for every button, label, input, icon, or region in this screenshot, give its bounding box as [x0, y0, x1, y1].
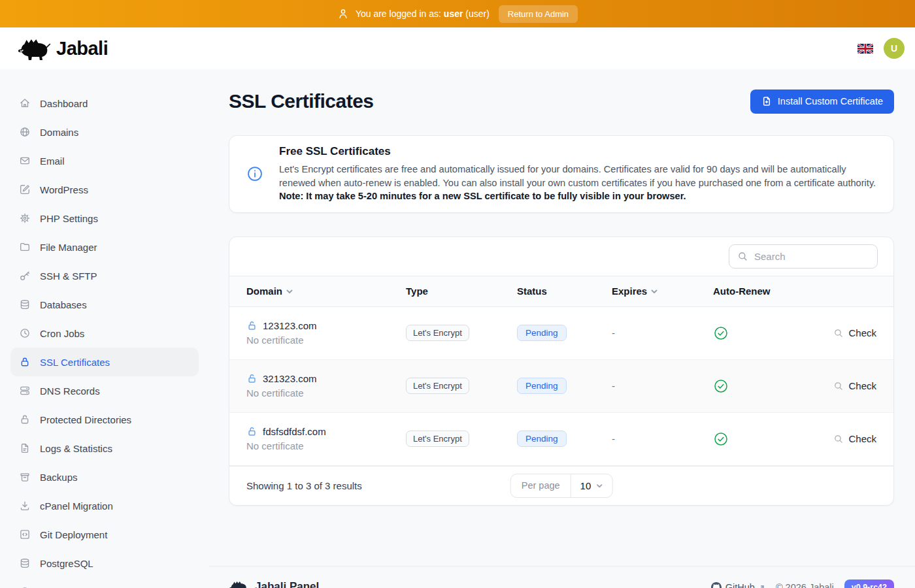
- main-content: SSL Certificates Install Custom Certific…: [209, 69, 915, 588]
- per-page-select[interactable]: Per page 10: [510, 474, 613, 498]
- info-note: Note: It may take 5-20 minutes for a new…: [279, 191, 686, 201]
- status-badge: Pending: [517, 378, 567, 394]
- check-button[interactable]: Check: [814, 327, 876, 338]
- check-button[interactable]: Check: [814, 380, 876, 391]
- sidebar-item-php-settings[interactable]: PHP Settings: [10, 204, 199, 233]
- chevron-down-icon: [650, 287, 658, 295]
- expires-value: -: [612, 433, 713, 444]
- brand-name: Jabali: [56, 38, 108, 59]
- results-count: Showing 1 to 3 of 3 results: [246, 480, 362, 491]
- database-icon: [19, 299, 31, 310]
- column-header-auto-renew: Auto-Renew: [713, 286, 814, 297]
- sidebar-item-cpanel-migration[interactable]: cPanel Migration: [10, 491, 199, 520]
- type-badge: Let's Encrypt: [406, 325, 469, 341]
- footer-brand: Jabali Panel: [229, 580, 319, 588]
- sidebar-item-databases[interactable]: Databases: [10, 290, 199, 319]
- copyright: © 2026 Jabali: [776, 582, 834, 588]
- language-flag-gb-icon[interactable]: [857, 44, 873, 54]
- magnifier-icon: [833, 328, 844, 338]
- domain-name: 321323.com: [263, 373, 317, 384]
- jabali-boar-logo-icon: [229, 580, 248, 588]
- server-icon: [19, 385, 31, 397]
- magnifier-icon: [833, 434, 844, 444]
- column-header-domain[interactable]: Domain: [246, 286, 406, 297]
- domain-name: fdsfsdfdsf.com: [263, 426, 326, 437]
- per-page-value: 10: [580, 480, 591, 491]
- unlock-icon: [246, 373, 258, 384]
- lock-icon: [19, 356, 31, 368]
- auto-renew-check-icon: [713, 378, 729, 394]
- login-username: user: [444, 8, 463, 19]
- sidebar-item-file-manager[interactable]: File Manager: [10, 233, 199, 261]
- file-text-icon: [19, 442, 31, 454]
- globe-icon: [19, 126, 31, 138]
- sidebar-item-postgresql[interactable]: PostgreSQL: [10, 549, 199, 578]
- sidebar: Dashboard Domains Email WordPress PHP Se…: [0, 69, 209, 588]
- domain-subtitle: No certificate: [246, 440, 406, 451]
- status-badge: Pending: [517, 431, 567, 447]
- sidebar-item-dns-records[interactable]: DNS Records: [10, 376, 199, 405]
- clock-icon: [19, 327, 31, 339]
- brand[interactable]: Jabali: [17, 36, 108, 61]
- table-header-row: Domain Type Status Expires Auto-Renew: [229, 276, 893, 307]
- expires-value: -: [612, 380, 713, 391]
- column-header-expires[interactable]: Expires: [612, 286, 713, 297]
- key-icon: [19, 270, 31, 282]
- document-plus-icon: [761, 96, 772, 106]
- table-footer: Showing 1 to 3 of 3 results Per page 10: [229, 466, 893, 505]
- chevron-down-icon: [286, 287, 293, 295]
- code-icon: [19, 529, 31, 540]
- info-title: Free SSL Certificates: [279, 145, 876, 158]
- info-body: Let's Encrypt certificates are free and …: [279, 163, 876, 203]
- login-suffix: (user): [465, 8, 490, 19]
- page-footer: Jabali Panel GitHub © 2026 Jabali v0.9-r…: [209, 566, 915, 588]
- lock-icon: [19, 414, 31, 425]
- sidebar-item-git-deployment[interactable]: Git Deployment: [10, 520, 199, 549]
- column-header-type: Type: [406, 286, 517, 297]
- sidebar-item-ssl-certificates[interactable]: SSL Certificates: [10, 348, 199, 376]
- download-icon: [19, 500, 31, 512]
- info-icon: [246, 165, 263, 182]
- magnifier-icon: [833, 381, 844, 391]
- auto-renew-check-icon: [713, 325, 729, 341]
- app-header: Jabali U: [0, 27, 915, 69]
- domain-subtitle: No certificate: [246, 387, 406, 399]
- person-icon: [337, 8, 349, 20]
- table-row: 321323.com No certificate Let's Encrypt …: [229, 360, 893, 413]
- table-row: 123123.com No certificate Let's Encrypt …: [229, 307, 893, 360]
- sidebar-item-backups[interactable]: Backups: [10, 463, 199, 491]
- github-link[interactable]: GitHub: [711, 582, 765, 588]
- mail-icon: [19, 155, 31, 167]
- user-avatar[interactable]: U: [884, 38, 905, 59]
- chevron-down-icon: [595, 482, 603, 489]
- type-badge: Let's Encrypt: [406, 378, 469, 394]
- check-button[interactable]: Check: [814, 433, 876, 444]
- impersonation-message: You are logged in as: user (user): [337, 8, 490, 20]
- table-row: fdsfsdfdsf.com No certificate Let's Encr…: [229, 413, 893, 466]
- sidebar-item-partial[interactable]: [10, 578, 199, 588]
- sidebar-item-wordpress[interactable]: WordPress: [10, 175, 199, 204]
- sidebar-item-cron-jobs[interactable]: Cron Jobs: [10, 319, 199, 348]
- login-prefix: You are logged in as:: [356, 8, 441, 19]
- home-icon: [19, 97, 31, 109]
- sidebar-item-protected-directories[interactable]: Protected Directories: [10, 405, 199, 434]
- unlock-icon: [246, 426, 258, 437]
- column-header-status: Status: [517, 286, 612, 297]
- install-custom-certificate-button[interactable]: Install Custom Certificate: [750, 90, 894, 114]
- version-badge: v0.9-rc42: [844, 580, 894, 588]
- page-title: SSL Certificates: [229, 90, 374, 112]
- sidebar-item-email[interactable]: Email: [10, 146, 199, 175]
- sidebar-item-ssh-sftp[interactable]: SSH & SFTP: [10, 261, 199, 290]
- expires-value: -: [612, 327, 713, 338]
- sidebar-item-logs-statistics[interactable]: Logs & Statistics: [10, 434, 199, 463]
- database-icon: [19, 557, 31, 569]
- domain-name: 123123.com: [263, 320, 317, 331]
- sidebar-item-domains[interactable]: Domains: [10, 118, 199, 146]
- sidebar-item-dashboard[interactable]: Dashboard: [10, 89, 199, 118]
- github-icon: [711, 582, 722, 588]
- edit-icon: [19, 184, 31, 195]
- search-input[interactable]: [729, 244, 878, 269]
- folder-icon: [19, 241, 31, 253]
- gear-icon: [19, 212, 31, 224]
- return-to-admin-button[interactable]: Return to Admin: [499, 5, 578, 23]
